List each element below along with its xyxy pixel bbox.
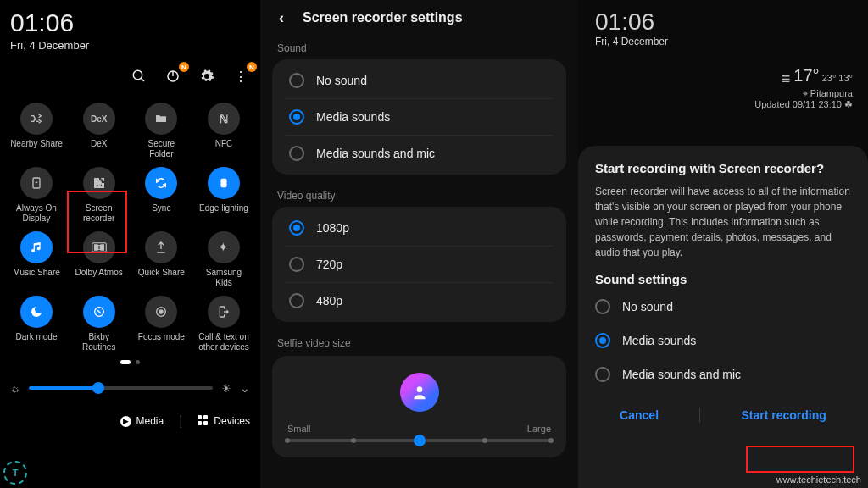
back-icon[interactable]: ‹: [272, 8, 291, 27]
svg-rect-7: [220, 179, 226, 188]
radio-label: Media sounds: [622, 334, 696, 347]
tile-label: Always On Display: [10, 203, 63, 223]
gear-icon[interactable]: [198, 67, 216, 86]
sync-icon: [145, 167, 177, 199]
tile-label: Bixby Routines: [73, 332, 125, 352]
radio-label: Media sounds: [316, 110, 390, 124]
tile-bixby-routines[interactable]: Bixby Routines: [73, 296, 125, 352]
shuffle-icon: [20, 103, 53, 135]
tile-dark-mode[interactable]: Dark mode: [10, 296, 63, 352]
small-label: Small: [287, 424, 311, 434]
radio-option[interactable]: Media sounds: [286, 99, 553, 136]
tile-label: Music Share: [13, 268, 60, 286]
search-icon[interactable]: [130, 67, 148, 86]
radio-label: No sound: [622, 300, 673, 313]
quick-icon: [145, 231, 177, 263]
cancel-button[interactable]: Cancel: [611, 403, 667, 427]
radio-option[interactable]: 480p: [286, 283, 553, 319]
section-sound-label: Sound: [277, 42, 566, 54]
radio-icon: [289, 146, 304, 161]
brightness-slider[interactable]: ☼ ☀ ⌄: [10, 381, 250, 395]
media-button[interactable]: ▶Media: [120, 413, 164, 429]
media-label: Media: [136, 415, 164, 427]
large-label: Large: [527, 424, 551, 434]
tile-label: NFC: [215, 139, 233, 158]
devices-button[interactable]: Devices: [198, 413, 250, 429]
radio-option[interactable]: No sound: [286, 63, 553, 99]
tile-dex[interactable]: DeXDeX: [73, 103, 125, 158]
radio-icon: [289, 220, 304, 236]
section-quality-label: Video quality: [277, 190, 566, 202]
weather-hilo: 23° 13°: [822, 73, 853, 83]
separator: |: [179, 413, 182, 429]
tile-label: Nearby Share: [10, 139, 63, 158]
radio-option[interactable]: Media sounds and mic: [286, 136, 553, 171]
badge-n-icon: N: [179, 62, 189, 72]
recorder-settings-panel: ‹ Screen recorder settings Sound No soun…: [260, 0, 578, 488]
lockscreen-panel: 01:06 Fri, 4 December ≡17° 23° 13° ⌖ Pit…: [578, 0, 868, 488]
brightness-low-icon: ☼: [10, 382, 20, 395]
tile-focus-mode[interactable]: Focus mode: [135, 296, 187, 352]
tile-label: Dark mode: [16, 332, 58, 351]
tile-always-on-display[interactable]: Always On Display: [10, 167, 63, 223]
start-recording-dialog: Start recording with Screen recorder? Sc…: [578, 146, 868, 488]
weather-widget[interactable]: ≡17° 23° 13° ⌖ Pitampura Updated 09/11 2…: [754, 66, 853, 110]
watermark: www.techietech.tech: [776, 474, 861, 485]
nfc-icon: ℕ: [208, 103, 240, 135]
weather-updated: Updated 09/11 23:10 ☘: [754, 99, 853, 110]
tile-label: Secure Folder: [135, 139, 187, 158]
radio-option[interactable]: No sound: [595, 290, 851, 324]
start-recording-button[interactable]: Start recording: [733, 403, 835, 427]
tile-nfc[interactable]: ℕNFC: [198, 103, 250, 158]
brightness-high-icon: ☀: [221, 382, 231, 395]
dialog-title: Start recording with Screen recorder?: [595, 161, 851, 175]
tile-samsung-kids[interactable]: ✦Samsung Kids: [198, 231, 250, 287]
radio-option[interactable]: 720p: [286, 247, 553, 283]
tile-label: Quick Share: [138, 268, 185, 286]
focus-icon: [145, 296, 177, 328]
tile-edge-lighting[interactable]: Edge lighting: [198, 167, 250, 223]
radio-icon: [289, 109, 304, 125]
radio-option[interactable]: Media sounds: [595, 324, 851, 358]
radio-icon: [289, 257, 304, 272]
weather-temp: 17°: [793, 66, 819, 85]
chevron-down-icon[interactable]: ⌄: [240, 381, 250, 395]
tile-nearby-share[interactable]: Nearby Share: [10, 103, 63, 158]
tile-quick-share[interactable]: Quick Share: [135, 231, 187, 287]
badge-n-icon: N: [247, 62, 257, 72]
radio-option[interactable]: Media sounds and mic: [595, 358, 851, 391]
clock: 01:06: [10, 8, 250, 37]
tile-label: Dolby Atmos: [75, 268, 123, 286]
radio-icon: [289, 73, 304, 88]
radio-icon: [595, 333, 610, 348]
tile-call-text-on-other-devices[interactable]: Call & text on other devices: [198, 296, 250, 352]
tile-sync[interactable]: Sync: [135, 167, 187, 223]
power-icon[interactable]: N: [164, 67, 182, 86]
tile-secure-folder[interactable]: Secure Folder: [135, 103, 187, 158]
svg-point-0: [133, 70, 142, 80]
radio-label: 1080p: [316, 221, 349, 235]
tile-label: DeX: [91, 139, 107, 158]
kids-icon: ✦: [208, 231, 240, 263]
aod-icon: [20, 167, 53, 199]
more-icon[interactable]: ⋮N: [231, 67, 250, 86]
tile-label: Sync: [152, 203, 170, 222]
radio-icon: [289, 293, 304, 308]
lock-clock: 01:06: [595, 8, 851, 36]
tile-label: Samsung Kids: [198, 268, 250, 287]
site-logo-icon: T: [3, 461, 27, 485]
radio-label: 720p: [316, 258, 342, 271]
dialog-body: Screen recorder will have access to all …: [595, 184, 851, 260]
dex-icon: DeX: [83, 103, 115, 135]
radio-label: No sound: [316, 74, 367, 87]
radio-icon: [595, 367, 610, 382]
sound-settings-heading: Sound settings: [595, 272, 851, 286]
selfie-size-slider[interactable]: [287, 439, 551, 442]
radio-option[interactable]: 1080p: [286, 210, 553, 247]
date: Fri, 4 December: [10, 39, 250, 52]
tile-music-share[interactable]: Music Share: [10, 231, 63, 287]
separator: [699, 408, 700, 423]
moon-icon: [20, 296, 53, 328]
section-selfie-label: Selfie video size: [277, 337, 566, 349]
tile-label: Focus mode: [138, 332, 185, 351]
